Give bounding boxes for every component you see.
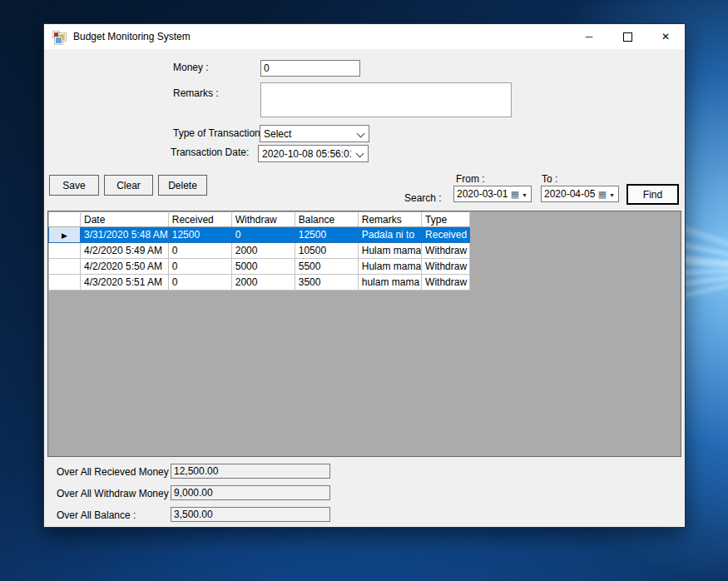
row-header-cell[interactable]: ▶ [49, 227, 81, 243]
overall-balance-value[interactable] [171, 507, 330, 522]
cell-type[interactable]: Withdraw [422, 275, 470, 290]
transaction-type-select[interactable]: Select [260, 125, 369, 142]
row-header-cell[interactable] [49, 275, 81, 290]
cell-type[interactable]: Withdraw [422, 259, 470, 275]
grid-header-row: Date Received Withdraw Balance Remarks T… [49, 212, 470, 227]
minimize-button[interactable]: ─ [570, 24, 608, 49]
calendar-icon: ▦ [511, 190, 519, 199]
app-window: Budget Monitoring System ─ ✕ Money : Rem… [43, 23, 686, 528]
overall-withdraw-value[interactable] [171, 485, 330, 500]
dropdown-arrow-icon[interactable]: ▼ [522, 192, 527, 198]
transaction-date-label: Transaction Date: [171, 146, 249, 158]
current-row-marker-icon: ▶ [62, 231, 67, 240]
transaction-type-label: Type of Transaction : [173, 127, 265, 139]
transactions-table: Date Received Withdraw Balance Remarks T… [48, 211, 470, 290]
cell-balance[interactable]: 3500 [295, 275, 358, 290]
cell-remarks[interactable]: Hulam mama [358, 243, 421, 259]
transaction-type-value: Select [264, 128, 291, 140]
cell-balance[interactable]: 5500 [295, 259, 358, 275]
transaction-date-select[interactable]: 2020-10-08 05:56:01 [258, 145, 369, 162]
delete-button[interactable]: Delete [158, 175, 207, 196]
money-input[interactable] [260, 60, 360, 77]
cell-remarks[interactable]: hulam mama [358, 275, 421, 290]
row-header-cell[interactable] [49, 243, 81, 259]
cell-withdraw[interactable]: 5000 [231, 259, 295, 275]
table-row[interactable]: 4/2/2020 5:49 AM 0 2000 10500 Hulam mama… [49, 243, 470, 259]
to-date-picker[interactable]: 2020-04-05 ▦ ▼ [541, 186, 619, 202]
chevron-down-icon [357, 130, 365, 138]
cell-received[interactable]: 0 [168, 275, 231, 290]
maximize-icon [623, 32, 632, 42]
cell-withdraw[interactable]: 2000 [231, 243, 295, 259]
app-icon [52, 30, 66, 43]
overall-received-label: Over All Recieved Money : [57, 466, 174, 478]
column-header-received[interactable]: Received [168, 212, 231, 227]
cell-date[interactable]: 4/3/2020 5:51 AM [81, 275, 169, 290]
cell-date[interactable]: 4/2/2020 5:50 AM [81, 259, 169, 275]
cell-withdraw[interactable]: 2000 [231, 275, 295, 290]
cell-withdraw[interactable]: 0 [231, 227, 295, 243]
money-label: Money : [173, 62, 209, 73]
table-row[interactable]: ▶ 3/31/2020 5:48 AM 12500 0 12500 Padala… [49, 227, 470, 243]
cell-type[interactable]: Withdraw [422, 243, 470, 259]
desktop-background: Budget Monitoring System ─ ✕ Money : Rem… [0, 0, 728, 581]
overall-withdraw-label: Over All Withdraw Money : [57, 488, 174, 499]
from-date-value: 2020-03-01 [457, 188, 508, 200]
clear-button[interactable]: Clear [104, 175, 153, 196]
column-header-withdraw[interactable]: Withdraw [231, 212, 295, 227]
cell-date[interactable]: 3/31/2020 5:48 AM [81, 227, 169, 243]
form-client-area: Money : Remarks : Type of Transaction : … [44, 49, 685, 527]
remarks-label: Remarks : [173, 87, 219, 99]
minimize-icon: ─ [586, 31, 593, 42]
window-title: Budget Monitoring System [73, 31, 191, 42]
overall-received-value[interactable] [171, 464, 330, 479]
transactions-grid: Date Received Withdraw Balance Remarks T… [47, 211, 681, 457]
close-icon: ✕ [661, 31, 670, 42]
cell-balance[interactable]: 10500 [295, 243, 358, 259]
transaction-date-value: 2020-10-08 05:56:01 [262, 148, 351, 160]
column-header-date[interactable]: Date [81, 212, 169, 227]
cell-remarks[interactable]: Padala ni to [358, 227, 421, 243]
to-date-value: 2020-04-05 [544, 188, 595, 200]
save-button[interactable]: Save [49, 175, 99, 196]
to-label: To : [542, 173, 557, 185]
find-button[interactable]: Find [626, 184, 679, 205]
search-label: Search : [404, 192, 442, 204]
from-label: From : [456, 173, 485, 185]
column-header-remarks[interactable]: Remarks [358, 212, 421, 227]
calendar-icon: ▦ [598, 190, 607, 199]
close-button[interactable]: ✕ [646, 24, 685, 49]
from-date-picker[interactable]: 2020-03-01 ▦ ▼ [453, 186, 532, 202]
cell-remarks[interactable]: Hulam mama [358, 259, 421, 275]
grid-corner-header[interactable] [49, 212, 81, 227]
table-row[interactable]: 4/3/2020 5:51 AM 0 2000 3500 hulam mama … [49, 275, 470, 290]
cell-received[interactable]: 12500 [168, 227, 231, 243]
window-controls: ─ ✕ [570, 24, 685, 49]
overall-balance-label: Over All Balance : [57, 509, 136, 521]
cell-type[interactable]: Received [422, 227, 470, 243]
column-header-balance[interactable]: Balance [295, 212, 358, 227]
cell-received[interactable]: 0 [168, 243, 231, 259]
cell-date[interactable]: 4/2/2020 5:49 AM [81, 243, 169, 259]
table-row[interactable]: 4/2/2020 5:50 AM 0 5000 5500 Hulam mama … [49, 259, 470, 275]
remarks-input[interactable] [260, 82, 512, 117]
dropdown-arrow-icon[interactable]: ▼ [609, 192, 615, 198]
cell-received[interactable]: 0 [168, 259, 231, 275]
column-header-type[interactable]: Type [422, 212, 470, 227]
row-header-cell[interactable] [49, 259, 81, 275]
titlebar[interactable]: Budget Monitoring System ─ ✕ [44, 24, 685, 49]
maximize-button[interactable] [608, 24, 646, 49]
cell-balance[interactable]: 12500 [295, 227, 358, 243]
